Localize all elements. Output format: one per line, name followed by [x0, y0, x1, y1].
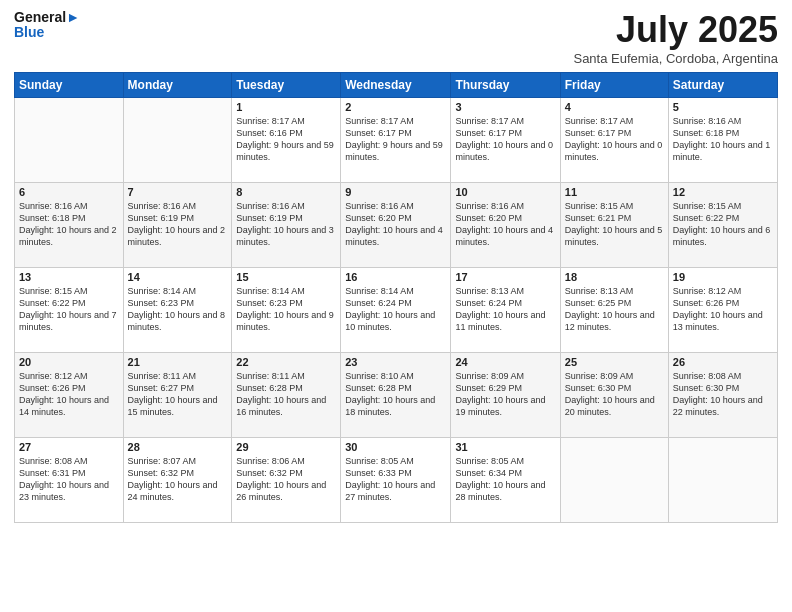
day-info: Sunrise: 8:11 AM Sunset: 6:28 PM Dayligh…: [236, 370, 336, 419]
calendar-header-row: Sunday Monday Tuesday Wednesday Thursday…: [15, 72, 778, 97]
day-number: 3: [455, 101, 555, 113]
day-number: 12: [673, 186, 773, 198]
table-row: [123, 97, 232, 182]
location: Santa Eufemia, Cordoba, Argentina: [573, 51, 778, 66]
day-info: Sunrise: 8:17 AM Sunset: 6:17 PM Dayligh…: [455, 115, 555, 164]
day-info: Sunrise: 8:13 AM Sunset: 6:24 PM Dayligh…: [455, 285, 555, 334]
day-number: 29: [236, 441, 336, 453]
calendar-week-row: 13Sunrise: 8:15 AM Sunset: 6:22 PM Dayli…: [15, 267, 778, 352]
table-row: 30Sunrise: 8:05 AM Sunset: 6:33 PM Dayli…: [341, 437, 451, 522]
day-info: Sunrise: 8:15 AM Sunset: 6:21 PM Dayligh…: [565, 200, 664, 249]
page: General► Blue July 2025 Santa Eufemia, C…: [0, 0, 792, 612]
day-number: 19: [673, 271, 773, 283]
day-info: Sunrise: 8:05 AM Sunset: 6:34 PM Dayligh…: [455, 455, 555, 504]
day-info: Sunrise: 8:06 AM Sunset: 6:32 PM Dayligh…: [236, 455, 336, 504]
day-number: 7: [128, 186, 228, 198]
day-info: Sunrise: 8:15 AM Sunset: 6:22 PM Dayligh…: [19, 285, 119, 334]
day-info: Sunrise: 8:17 AM Sunset: 6:16 PM Dayligh…: [236, 115, 336, 164]
day-info: Sunrise: 8:12 AM Sunset: 6:26 PM Dayligh…: [673, 285, 773, 334]
day-info: Sunrise: 8:15 AM Sunset: 6:22 PM Dayligh…: [673, 200, 773, 249]
table-row: 8Sunrise: 8:16 AM Sunset: 6:19 PM Daylig…: [232, 182, 341, 267]
col-saturday: Saturday: [668, 72, 777, 97]
table-row: 12Sunrise: 8:15 AM Sunset: 6:22 PM Dayli…: [668, 182, 777, 267]
day-number: 2: [345, 101, 446, 113]
table-row: 18Sunrise: 8:13 AM Sunset: 6:25 PM Dayli…: [560, 267, 668, 352]
day-info: Sunrise: 8:10 AM Sunset: 6:28 PM Dayligh…: [345, 370, 446, 419]
calendar-week-row: 1Sunrise: 8:17 AM Sunset: 6:16 PM Daylig…: [15, 97, 778, 182]
table-row: 22Sunrise: 8:11 AM Sunset: 6:28 PM Dayli…: [232, 352, 341, 437]
day-number: 14: [128, 271, 228, 283]
day-number: 13: [19, 271, 119, 283]
calendar-table: Sunday Monday Tuesday Wednesday Thursday…: [14, 72, 778, 523]
table-row: 5Sunrise: 8:16 AM Sunset: 6:18 PM Daylig…: [668, 97, 777, 182]
day-number: 21: [128, 356, 228, 368]
day-info: Sunrise: 8:14 AM Sunset: 6:23 PM Dayligh…: [236, 285, 336, 334]
calendar-week-row: 20Sunrise: 8:12 AM Sunset: 6:26 PM Dayli…: [15, 352, 778, 437]
calendar-week-row: 27Sunrise: 8:08 AM Sunset: 6:31 PM Dayli…: [15, 437, 778, 522]
table-row: 24Sunrise: 8:09 AM Sunset: 6:29 PM Dayli…: [451, 352, 560, 437]
day-info: Sunrise: 8:08 AM Sunset: 6:31 PM Dayligh…: [19, 455, 119, 504]
day-info: Sunrise: 8:16 AM Sunset: 6:18 PM Dayligh…: [673, 115, 773, 164]
table-row: 21Sunrise: 8:11 AM Sunset: 6:27 PM Dayli…: [123, 352, 232, 437]
day-number: 9: [345, 186, 446, 198]
col-monday: Monday: [123, 72, 232, 97]
logo: General► Blue: [14, 10, 80, 41]
col-tuesday: Tuesday: [232, 72, 341, 97]
day-info: Sunrise: 8:16 AM Sunset: 6:19 PM Dayligh…: [128, 200, 228, 249]
day-number: 20: [19, 356, 119, 368]
day-number: 16: [345, 271, 446, 283]
day-number: 11: [565, 186, 664, 198]
table-row: 4Sunrise: 8:17 AM Sunset: 6:17 PM Daylig…: [560, 97, 668, 182]
table-row: [560, 437, 668, 522]
day-info: Sunrise: 8:11 AM Sunset: 6:27 PM Dayligh…: [128, 370, 228, 419]
day-number: 15: [236, 271, 336, 283]
table-row: 11Sunrise: 8:15 AM Sunset: 6:21 PM Dayli…: [560, 182, 668, 267]
day-info: Sunrise: 8:09 AM Sunset: 6:29 PM Dayligh…: [455, 370, 555, 419]
day-number: 30: [345, 441, 446, 453]
col-sunday: Sunday: [15, 72, 124, 97]
table-row: 3Sunrise: 8:17 AM Sunset: 6:17 PM Daylig…: [451, 97, 560, 182]
day-number: 17: [455, 271, 555, 283]
day-number: 5: [673, 101, 773, 113]
day-info: Sunrise: 8:14 AM Sunset: 6:24 PM Dayligh…: [345, 285, 446, 334]
table-row: 28Sunrise: 8:07 AM Sunset: 6:32 PM Dayli…: [123, 437, 232, 522]
table-row: 2Sunrise: 8:17 AM Sunset: 6:17 PM Daylig…: [341, 97, 451, 182]
table-row: 19Sunrise: 8:12 AM Sunset: 6:26 PM Dayli…: [668, 267, 777, 352]
col-thursday: Thursday: [451, 72, 560, 97]
day-info: Sunrise: 8:16 AM Sunset: 6:18 PM Dayligh…: [19, 200, 119, 249]
table-row: 29Sunrise: 8:06 AM Sunset: 6:32 PM Dayli…: [232, 437, 341, 522]
table-row: 6Sunrise: 8:16 AM Sunset: 6:18 PM Daylig…: [15, 182, 124, 267]
day-number: 31: [455, 441, 555, 453]
day-info: Sunrise: 8:16 AM Sunset: 6:20 PM Dayligh…: [345, 200, 446, 249]
day-info: Sunrise: 8:05 AM Sunset: 6:33 PM Dayligh…: [345, 455, 446, 504]
month-title: July 2025: [573, 10, 778, 50]
day-number: 22: [236, 356, 336, 368]
day-number: 6: [19, 186, 119, 198]
title-section: July 2025 Santa Eufemia, Cordoba, Argent…: [573, 10, 778, 66]
day-info: Sunrise: 8:16 AM Sunset: 6:19 PM Dayligh…: [236, 200, 336, 249]
day-number: 28: [128, 441, 228, 453]
day-number: 25: [565, 356, 664, 368]
header: General► Blue July 2025 Santa Eufemia, C…: [14, 10, 778, 66]
day-number: 24: [455, 356, 555, 368]
day-info: Sunrise: 8:09 AM Sunset: 6:30 PM Dayligh…: [565, 370, 664, 419]
col-wednesday: Wednesday: [341, 72, 451, 97]
day-number: 27: [19, 441, 119, 453]
table-row: [15, 97, 124, 182]
table-row: 13Sunrise: 8:15 AM Sunset: 6:22 PM Dayli…: [15, 267, 124, 352]
table-row: 17Sunrise: 8:13 AM Sunset: 6:24 PM Dayli…: [451, 267, 560, 352]
day-info: Sunrise: 8:07 AM Sunset: 6:32 PM Dayligh…: [128, 455, 228, 504]
day-number: 23: [345, 356, 446, 368]
day-number: 26: [673, 356, 773, 368]
table-row: 20Sunrise: 8:12 AM Sunset: 6:26 PM Dayli…: [15, 352, 124, 437]
calendar-body: 1Sunrise: 8:17 AM Sunset: 6:16 PM Daylig…: [15, 97, 778, 522]
table-row: 26Sunrise: 8:08 AM Sunset: 6:30 PM Dayli…: [668, 352, 777, 437]
table-row: [668, 437, 777, 522]
table-row: 16Sunrise: 8:14 AM Sunset: 6:24 PM Dayli…: [341, 267, 451, 352]
table-row: 27Sunrise: 8:08 AM Sunset: 6:31 PM Dayli…: [15, 437, 124, 522]
day-info: Sunrise: 8:14 AM Sunset: 6:23 PM Dayligh…: [128, 285, 228, 334]
table-row: 31Sunrise: 8:05 AM Sunset: 6:34 PM Dayli…: [451, 437, 560, 522]
table-row: 14Sunrise: 8:14 AM Sunset: 6:23 PM Dayli…: [123, 267, 232, 352]
day-info: Sunrise: 8:13 AM Sunset: 6:25 PM Dayligh…: [565, 285, 664, 334]
table-row: 7Sunrise: 8:16 AM Sunset: 6:19 PM Daylig…: [123, 182, 232, 267]
